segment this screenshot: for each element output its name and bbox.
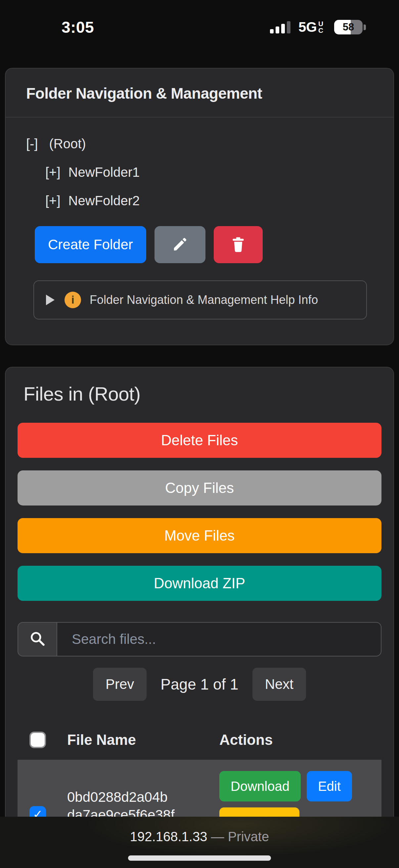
pagination: Prev Page 1 of 1 Next [18,668,381,701]
url-text: 192.168.1.33 [130,829,207,844]
status-time: 3:05 [62,18,94,36]
download-file-button[interactable]: Download [219,771,301,802]
network-type-indicator: 5G UC [298,19,326,35]
create-folder-button[interactable]: Create Folder [35,226,146,263]
files-card: Files in (Root) Delete Files Copy Files … [5,367,394,868]
disclosure-triangle-icon [46,294,55,305]
actions-column-header: Actions [219,732,273,748]
search-icon-box [18,622,57,656]
edit-file-button[interactable]: Edit [307,771,352,802]
tree-item-newfolder1[interactable]: [+] NewFolder1 [45,158,373,186]
help-summary-label: Folder Navigation & Management Help Info [90,293,318,307]
home-indicator[interactable] [128,856,271,861]
folder-card-body: [-] (Root) [+] NewFolder1 [+] NewFolder2… [6,118,393,345]
private-mode-label: — Private [211,829,269,844]
download-zip-button[interactable]: Download ZIP [18,566,381,601]
prev-page-button[interactable]: Prev [93,668,146,701]
folder-actions-row: Create Folder [35,226,373,263]
search-input[interactable] [57,622,381,656]
next-page-button[interactable]: Next [253,668,306,701]
folder-tree: [-] (Root) [+] NewFolder1 [+] NewFolder2 [26,129,373,215]
battery-percent: 58 [334,20,363,34]
page-indicator: Page 1 of 1 [161,675,238,693]
file-name-line: 0bd0288d2a04b [67,788,219,806]
tree-item-newfolder2[interactable]: [+] NewFolder2 [45,186,373,215]
folder-navigation-card: Folder Navigation & Management [-] (Root… [5,68,394,345]
network-sub-label: UC [318,21,326,34]
status-bar: 3:05 5G UC 58 [0,0,399,50]
tree-expand-toggle[interactable]: [+] [45,165,61,180]
network-label: 5G [298,19,317,35]
tree-item-label[interactable]: NewFolder1 [68,165,140,180]
address-bar[interactable]: 192.168.1.33 — Private [0,817,399,844]
battery-icon: 58 [334,20,366,34]
search-icon [28,629,47,649]
browser-bottom-bar: 192.168.1.33 — Private [0,817,399,868]
pencil-icon [171,235,189,255]
trash-icon [229,236,247,254]
select-all-checkbox[interactable] [29,732,46,748]
info-icon: i [65,292,81,308]
move-files-button[interactable]: Move Files [18,518,381,553]
cellular-signal-icon [270,21,291,33]
files-card-title: Files in (Root) [24,383,381,405]
help-disclosure[interactable]: i Folder Navigation & Management Help In… [33,280,367,319]
file-name-column-header: File Name [67,732,219,748]
delete-files-button[interactable]: Delete Files [18,423,381,458]
file-search [18,622,381,656]
tree-item-root[interactable]: [-] (Root) [26,129,373,158]
tree-collapse-toggle[interactable]: [-] [26,136,38,151]
rename-folder-button[interactable] [155,226,205,263]
tree-item-label[interactable]: (Root) [49,136,86,151]
tree-item-label[interactable]: NewFolder2 [68,193,140,208]
copy-files-button[interactable]: Copy Files [18,470,381,505]
tree-expand-toggle[interactable]: [+] [45,193,61,208]
status-icons: 5G UC 58 [270,19,366,35]
delete-folder-button[interactable] [214,226,263,263]
file-table-header: File Name Actions [18,720,381,760]
folder-card-title: Folder Navigation & Management [6,68,393,118]
battery-nub [364,25,366,30]
phone-screen: 3:05 5G UC 58 Folder Navigation & Manage… [0,0,399,868]
